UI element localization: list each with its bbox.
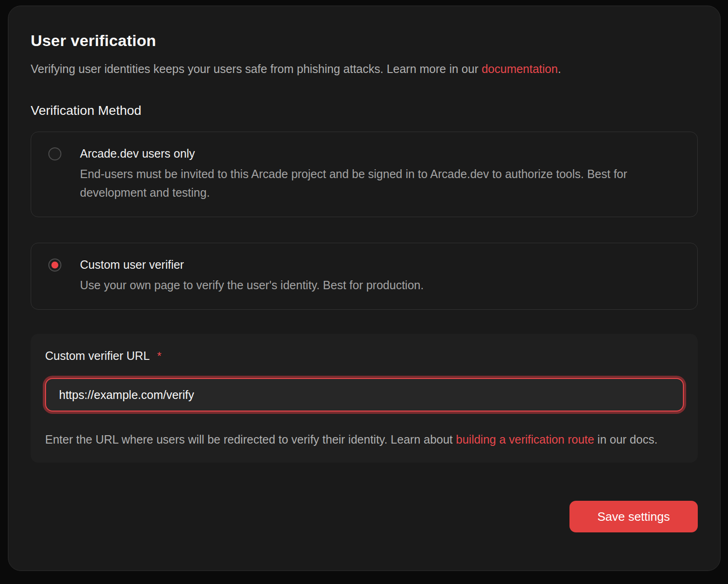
option-label: Custom user verifier: [80, 257, 424, 272]
footer-actions: Save settings: [31, 501, 698, 532]
option-description: Use your own page to verify the user's i…: [80, 276, 424, 294]
radio-unselected-icon[interactable]: [48, 147, 61, 160]
intro-text-after: .: [558, 62, 561, 75]
documentation-link[interactable]: documentation: [482, 62, 558, 75]
help-text-before: Enter the URL where users will be redire…: [45, 433, 456, 446]
intro-text: Verifying user identities keeps your use…: [31, 61, 698, 77]
field-label-text: Custom verifier URL: [45, 349, 150, 363]
intro-text-before: Verifying user identities keeps your use…: [31, 62, 482, 75]
option-custom-user-verifier[interactable]: Custom user verifier Use your own page t…: [31, 243, 698, 310]
option-description: End-users must be invited to this Arcade…: [80, 165, 680, 202]
custom-verifier-url-input[interactable]: [45, 378, 684, 411]
help-text-after: in our docs.: [594, 433, 657, 446]
option-content: Arcade.dev users only End-users must be …: [80, 146, 680, 202]
verification-route-docs-link[interactable]: building a verification route: [456, 433, 594, 446]
option-content: Custom user verifier Use your own page t…: [80, 257, 424, 294]
save-settings-button[interactable]: Save settings: [569, 501, 698, 532]
option-label: Arcade.dev users only: [80, 146, 680, 161]
custom-verifier-url-section: Custom verifier URL * Enter the URL wher…: [31, 334, 698, 463]
radio-selected-icon[interactable]: [48, 259, 61, 272]
verification-method-heading: Verification Method: [31, 103, 698, 119]
required-asterisk: *: [157, 349, 161, 363]
url-help-text: Enter the URL where users will be redire…: [45, 430, 684, 449]
custom-verifier-url-label: Custom verifier URL *: [45, 349, 684, 363]
user-verification-panel: User verification Verifying user identit…: [8, 6, 721, 571]
page-title: User verification: [31, 31, 698, 50]
option-arcade-users-only[interactable]: Arcade.dev users only End-users must be …: [31, 132, 698, 217]
